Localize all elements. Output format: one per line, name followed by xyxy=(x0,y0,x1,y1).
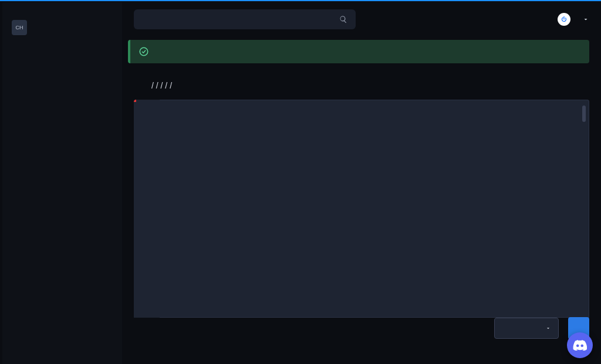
discord-icon xyxy=(573,340,587,351)
search-input[interactable] xyxy=(142,15,339,24)
search-box[interactable] xyxy=(134,9,356,29)
breadcrumb: / / / / / xyxy=(122,63,601,96)
power-icon xyxy=(558,13,570,26)
editor-actions xyxy=(134,317,589,339)
user-menu[interactable] xyxy=(558,13,589,26)
brand: CH xyxy=(2,2,122,35)
search-icon xyxy=(339,15,347,23)
editor-gutter xyxy=(134,100,160,318)
brand-logo-icon: CH xyxy=(12,20,27,35)
scrollbar-thumb[interactable] xyxy=(582,106,586,122)
check-circle-icon xyxy=(139,46,149,57)
filetype-select[interactable] xyxy=(494,318,559,339)
topbar xyxy=(122,2,601,36)
discord-button[interactable] xyxy=(567,332,593,358)
svg-point-0 xyxy=(140,47,148,56)
welcome-banner xyxy=(128,40,589,63)
sidebar: CH xyxy=(2,2,122,364)
editor-code[interactable] xyxy=(160,100,589,318)
chevron-down-icon xyxy=(545,325,551,331)
chevron-down-icon xyxy=(582,16,589,23)
code-editor[interactable] xyxy=(134,100,589,318)
main-area: / / / / / xyxy=(122,2,601,364)
